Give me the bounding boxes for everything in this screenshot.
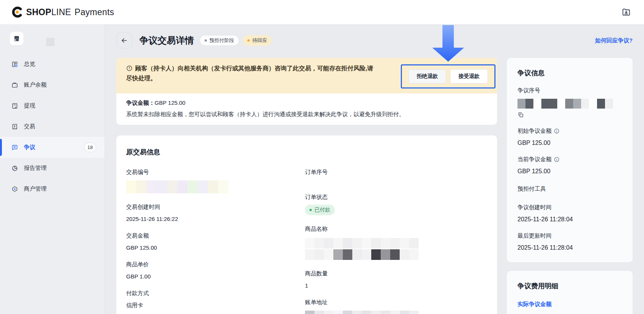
field-prechargeback-tool: 预拒付工具 [517, 185, 622, 193]
warning-circle-icon [126, 65, 133, 72]
dispute-info-title: 争议信息 [517, 68, 622, 78]
product-name-redacted-row1 [305, 238, 487, 249]
info-icon[interactable] [554, 157, 560, 162]
sidebar-item-transactions[interactable]: 交易 [0, 116, 105, 137]
dispute-description: 系统暂未扣除相应金额，您可以尝试和顾客（持卡人）进行沟通或接受退款来解决此争议，… [126, 111, 487, 118]
field-initial-amount: 初始争议金额 GBP 125.00 [517, 127, 622, 146]
orange-dot-icon [247, 39, 250, 42]
field-product-name: 商品名称 [305, 225, 487, 260]
transaction-card-title: 原交易信息 [126, 148, 487, 157]
balance-icon [11, 82, 18, 89]
brand-line: LINE [51, 7, 71, 17]
brand-shop: SHOP [26, 7, 51, 17]
help-link[interactable]: 如何回应争议? [595, 37, 633, 44]
status-badge-label: 待回应 [252, 37, 267, 44]
accept-refund-button[interactable]: 接受退款 [450, 69, 488, 84]
brand-payments: Payments [75, 7, 114, 17]
dispute-serial-redacted [517, 99, 622, 109]
field-label: 交易创建时间 [126, 204, 305, 211]
sidebar-item-disputes[interactable]: 争议 18 [0, 137, 105, 158]
field-label: 商品单价 [126, 261, 305, 268]
sidebar-shop-row [0, 24, 105, 54]
reject-refund-button[interactable]: 拒绝退款 [408, 69, 446, 84]
warning-message: 顾客（持卡人）向相关机构（发卡行或其他服务商）咨询了此交易，可能存在拒付风险,请… [126, 64, 376, 83]
withdraw-icon [11, 103, 18, 109]
sidebar-item-withdraw[interactable]: 提现 [0, 95, 105, 116]
sidebar-item-merchant[interactable]: 商户管理 [0, 179, 105, 199]
field-value: 1 [305, 282, 487, 289]
transactions-icon [11, 123, 18, 130]
field-dispute-created: 争议创建时间 2025-11-26 11:28:04 [517, 204, 622, 223]
field-label: 订单序号 [305, 169, 487, 176]
dispute-alert-card: 顾客（持卡人）向相关机构（发卡行或其他服务商）咨询了此交易，可能存在拒付风险,请… [116, 58, 497, 125]
dispute-amount-label: 争议金额： [126, 99, 155, 106]
actual-dispute-amount-link[interactable]: 实际争议金额 [517, 301, 622, 308]
dispute-amount-value: GBP 125.00 [155, 99, 185, 106]
sidebar-item-balance[interactable]: 账户余额 [0, 75, 105, 95]
transaction-grid: 交易编号 交易创建时间 2025-11-26 11:26:22 交易金额 GBP… [126, 169, 487, 314]
copy-icon [517, 112, 524, 118]
copy-button[interactable] [517, 112, 524, 118]
disputes-count-badge: 18 [84, 143, 96, 152]
field-created-time: 交易创建时间 2025-11-26 11:26:22 [126, 204, 305, 222]
field-label: 初始争议金额 [517, 127, 552, 135]
field-billing-address: 账单地址 [305, 299, 487, 314]
reports-icon [11, 165, 18, 172]
storefront-icon [13, 35, 20, 42]
field-value: 2025-11-26 11:26:22 [126, 216, 305, 222]
field-value: GBP 125.00 [517, 168, 622, 175]
fee-card-title: 争议费用明细 [517, 281, 622, 291]
page-header: 争议交易详情 预拒付阶段 待回应 如何回应争议? [116, 33, 633, 48]
field-label: 预拒付工具 [517, 185, 622, 193]
download-button[interactable] [620, 6, 633, 19]
sidebar-item-label: 商户管理 [24, 185, 47, 193]
paid-status-label: 已付款 [314, 207, 330, 213]
warning-message-text: 顾客（持卡人）向相关机构（发卡行或其他服务商）咨询了此交易，可能存在拒付风险,请… [126, 65, 373, 81]
field-label: 争议序号 [517, 87, 622, 94]
sidebar-nav: 总览 账户余额 提现 交 [0, 54, 105, 199]
product-name-redacted-row2 [305, 249, 487, 260]
sidebar-item-reports[interactable]: 报告管理 [0, 158, 105, 179]
sidebar-item-overview[interactable]: 总览 [0, 54, 105, 75]
field-value: 2025-11-26 11:28:04 [517, 244, 622, 251]
shop-name-redacted [46, 38, 55, 46]
original-transaction-card: 原交易信息 交易编号 交易创建时间 2025-11-26 11:26:22 交易… [116, 135, 497, 314]
field-label: 交易编号 [126, 169, 305, 176]
merchant-icon [11, 186, 18, 193]
transaction-no-redacted [126, 180, 305, 193]
field-label: 交易金额 [126, 232, 305, 239]
paid-status-pill: 已付款 [305, 205, 335, 215]
gray-dot-icon [205, 39, 207, 42]
transaction-left-column: 交易编号 交易创建时间 2025-11-26 11:26:22 交易金额 GBP… [126, 169, 305, 314]
info-icon[interactable] [554, 128, 560, 134]
shop-avatar[interactable] [10, 32, 23, 45]
stage-badge-label: 预拒付阶段 [209, 37, 234, 44]
field-value: 信用卡 [126, 302, 305, 309]
green-dot-icon [309, 209, 312, 211]
download-icon [621, 7, 631, 17]
field-current-amount: 当前争议金额 GBP 125.00 [517, 156, 622, 175]
arrow-left-icon [120, 37, 128, 44]
disputes-icon [11, 144, 18, 151]
sidebar-item-label: 提现 [24, 102, 35, 109]
main-column: 顾客（持卡人）向相关机构（发卡行或其他服务商）咨询了此交易，可能存在拒付风险,请… [116, 58, 497, 314]
sidebar: 总览 账户余额 提现 交 [0, 24, 105, 314]
field-value: GBP 125.00 [126, 244, 305, 251]
field-payment-method: 付款方式 信用卡 [126, 290, 305, 309]
field-dispute-serial: 争议序号 [517, 87, 622, 118]
dispute-amount-row: 争议金额：GBP 125.00 [126, 99, 487, 107]
field-unit-price: 商品单价 GBP 1.00 [126, 261, 305, 280]
field-value: 2025-11-26 11:28:04 [517, 216, 622, 223]
field-label: 付款方式 [126, 290, 305, 297]
side-column: 争议信息 争议序号 初始争议金额 [507, 58, 633, 314]
dispute-info-card: 争议信息 争议序号 初始争议金额 [507, 58, 633, 262]
overview-icon [11, 61, 18, 68]
billing-address-redacted [305, 311, 487, 314]
annotation-highlight-box: 拒绝退款 接受退款 [401, 64, 496, 89]
field-label: 商品名称 [305, 225, 487, 233]
status-badge: 待回应 [243, 35, 272, 46]
field-label: 商品数量 [305, 270, 487, 277]
back-button[interactable] [116, 33, 132, 48]
shopline-logo-mark [11, 6, 23, 18]
sidebar-item-label: 账户余额 [24, 81, 47, 89]
